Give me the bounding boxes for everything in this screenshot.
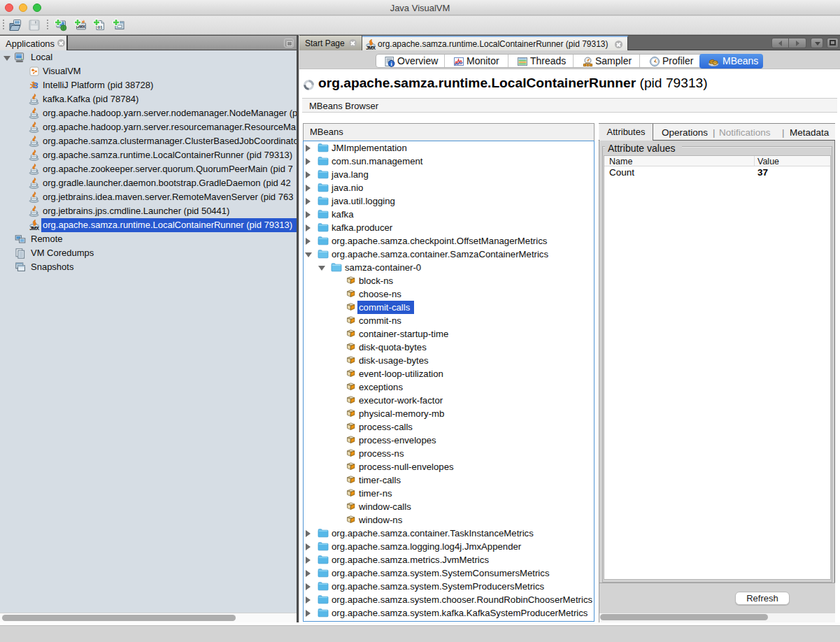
svg-text:JMX: JMX [366,45,376,50]
svg-text:JMX: JMX [29,225,39,231]
svg-text:01: 01 [98,25,103,29]
